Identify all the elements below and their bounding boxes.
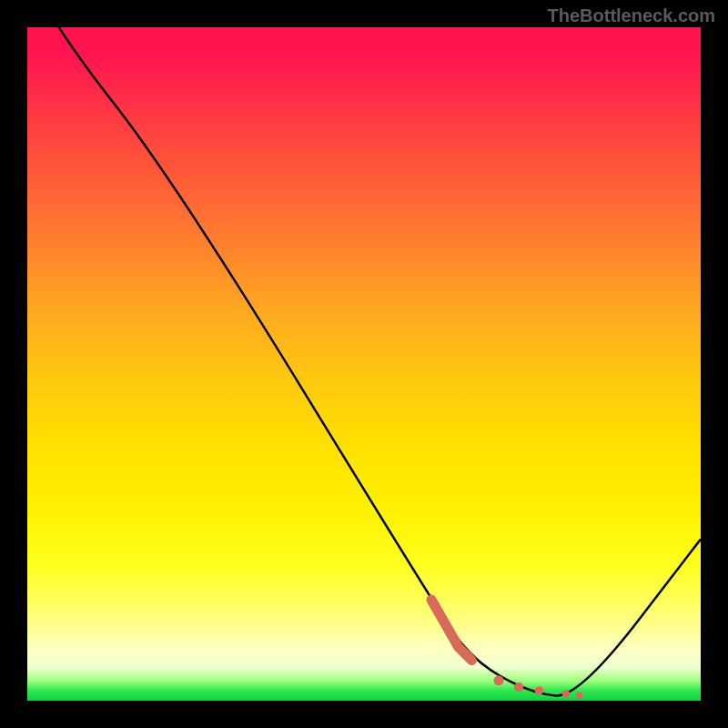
- highlight-dot: [562, 690, 571, 698]
- main-curve: [27, 0, 701, 695]
- highlight-dot: [535, 686, 543, 694]
- highlight-dot: [494, 675, 504, 685]
- watermark-text: TheBottleneck.com: [548, 5, 715, 26]
- highlight-dot: [576, 692, 583, 699]
- chart-plot-area: [27, 27, 701, 701]
- chart-svg: [27, 27, 701, 701]
- highlight-dot: [514, 682, 523, 692]
- highlight-segment: [431, 600, 583, 699]
